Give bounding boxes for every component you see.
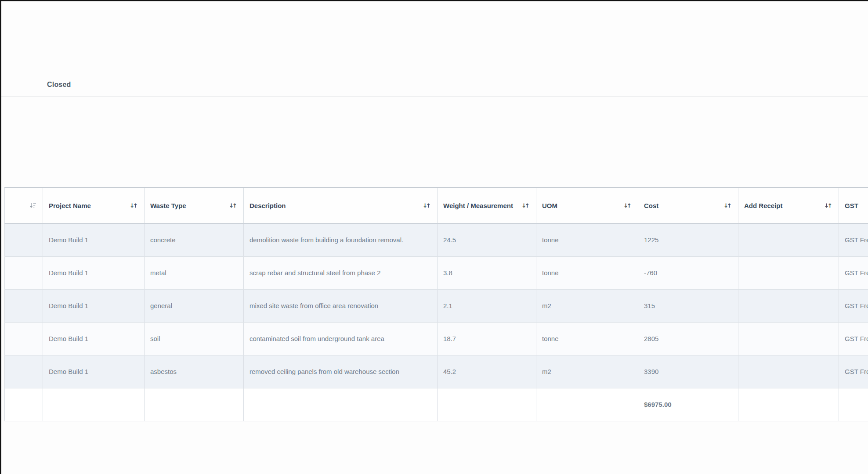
sort-arrows-icon: ↓↑: [623, 202, 632, 209]
cell-weight-measurement: 2.1: [438, 289, 536, 322]
cell-weight-measurement: 24.5: [438, 223, 536, 256]
cell-weight-measurement: 18.7: [438, 322, 536, 355]
total-empty-cell: [5, 388, 43, 421]
row-leading-cell: [5, 223, 43, 256]
cell-add-receipt: [738, 223, 839, 256]
cell-project-name: Demo Build 1: [43, 256, 145, 289]
col-header-gst[interactable]: GST ↓↑: [839, 187, 868, 223]
table-row: Demo Build 1 metal scrap rebar and struc…: [5, 256, 868, 289]
table-header-row: Project Name ↓↑ Waste Type ↓↑ Descriptio…: [5, 187, 868, 223]
cell-gst: GST Free: [839, 322, 868, 355]
sort-arrows-icon: ↓↑: [130, 202, 138, 209]
col-label: Cost: [644, 202, 658, 209]
cell-waste-type: asbestos: [145, 355, 244, 388]
col-header-add-receipt[interactable]: Add Receipt ↓↑: [738, 187, 839, 223]
table-row: Demo Build 1 concrete demolition waste f…: [5, 223, 868, 256]
col-header-uom[interactable]: UOM ↓↑: [536, 187, 638, 223]
col-label: Description: [250, 202, 286, 209]
table-row: Demo Build 1 asbestos removed ceiling pa…: [5, 355, 868, 388]
total-empty-cell: [438, 388, 536, 421]
table-row: Demo Build 1 soil contaminated soil from…: [5, 322, 868, 355]
cell-add-receipt: [738, 322, 839, 355]
col-label: Weight / Measurement: [443, 202, 513, 209]
cell-waste-type: soil: [145, 322, 244, 355]
sort-arrows-icon: ↓↑: [521, 202, 530, 209]
total-empty-cell: [43, 388, 145, 421]
cell-waste-type: concrete: [145, 223, 244, 256]
cell-project-name: Demo Build 1: [43, 289, 145, 322]
col-header-project-name[interactable]: Project Name ↓↑: [43, 187, 145, 223]
total-row: $6975.00: [5, 388, 868, 421]
total-empty-cell: [536, 388, 638, 421]
app-viewport: Closed: [0, 0, 868, 474]
row-leading-cell: [5, 289, 43, 322]
cell-uom: tonne: [536, 322, 638, 355]
cell-cost: -760: [638, 256, 738, 289]
cell-project-name: Demo Build 1: [43, 223, 145, 256]
cell-cost: 315: [638, 289, 738, 322]
cell-waste-type: general: [145, 289, 244, 322]
col-label: Waste Type: [150, 202, 186, 209]
col-label: Project Name: [49, 202, 91, 209]
cell-description: removed ceiling panels from old warehous…: [244, 355, 438, 388]
sort-arrows-icon: ↓↑: [229, 202, 237, 209]
cell-description: contaminated soil from underground tank …: [244, 322, 438, 355]
cell-gst: GST Free: [839, 256, 868, 289]
table-row: Demo Build 1 general mixed site waste fr…: [5, 289, 868, 322]
total-empty-cell: [244, 388, 438, 421]
cell-cost: 3390: [638, 355, 738, 388]
cell-cost: 2805: [638, 322, 738, 355]
total-empty-cell: [145, 388, 244, 421]
cell-waste-type: metal: [145, 256, 244, 289]
cell-description: scrap rebar and structural steel from ph…: [244, 256, 438, 289]
sort-arrows-icon: ↓↑: [824, 202, 832, 209]
cell-uom: tonne: [536, 223, 638, 256]
cell-gst: GST Free: [839, 223, 868, 256]
cell-gst: GST Free: [839, 289, 868, 322]
total-empty-cell: [839, 388, 868, 421]
cell-weight-measurement: 45.2: [438, 355, 536, 388]
sort-amount-desc-icon: [11, 188, 37, 223]
row-leading-cell: [5, 256, 43, 289]
sort-arrows-icon: ↓↑: [723, 202, 732, 209]
cell-uom: m2: [536, 355, 638, 388]
cell-add-receipt: [738, 289, 839, 322]
cell-description: demolition waste from building a foundat…: [244, 223, 438, 256]
col-label: GST: [845, 202, 858, 209]
col-header-weight-measurement[interactable]: Weight / Measurement ↓↑: [438, 187, 536, 223]
col-header-waste-type[interactable]: Waste Type ↓↑: [145, 187, 244, 223]
cost-total: $6975.00: [638, 388, 738, 421]
header-row-sort[interactable]: [5, 187, 43, 223]
waste-records-table: Project Name ↓↑ Waste Type ↓↑ Descriptio…: [4, 187, 868, 421]
section-divider: [1, 96, 868, 97]
total-empty-cell: [738, 388, 839, 421]
cell-add-receipt: [738, 256, 839, 289]
col-label: UOM: [542, 202, 557, 209]
col-label: Add Receipt: [744, 202, 783, 209]
row-leading-cell: [5, 355, 43, 388]
cell-gst: GST Free: [839, 355, 868, 388]
col-header-description[interactable]: Description ↓↑: [244, 187, 438, 223]
sort-arrows-icon: ↓↑: [423, 202, 431, 209]
cell-cost: 1225: [638, 223, 738, 256]
cell-project-name: Demo Build 1: [43, 322, 145, 355]
cell-uom: tonne: [536, 256, 638, 289]
cell-uom: m2: [536, 289, 638, 322]
col-header-cost[interactable]: Cost ↓↑: [638, 187, 738, 223]
cell-add-receipt: [738, 355, 839, 388]
cell-project-name: Demo Build 1: [43, 355, 145, 388]
cell-description: mixed site waste from office area renova…: [244, 289, 438, 322]
row-leading-cell: [5, 322, 43, 355]
status-label: Closed: [47, 81, 71, 89]
cell-weight-measurement: 3.8: [438, 256, 536, 289]
